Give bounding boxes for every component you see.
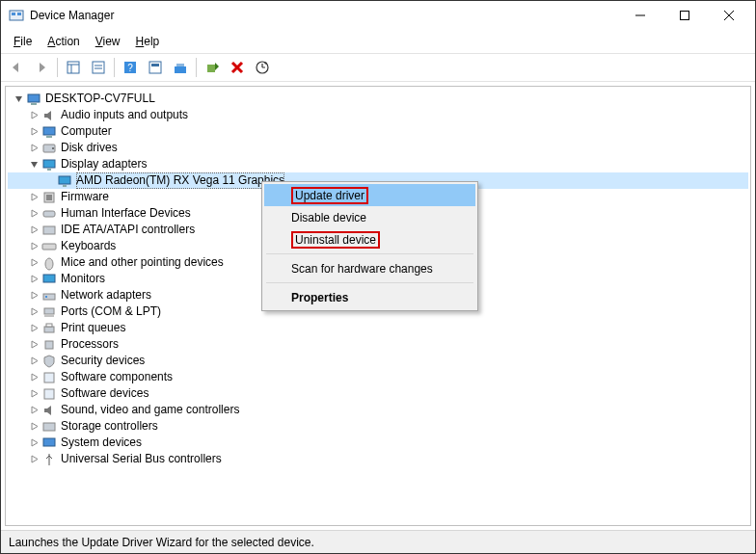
ctx-disable-device[interactable]: Disable device xyxy=(264,206,475,228)
tree-category-display-adapters[interactable]: Display adapters xyxy=(8,156,748,172)
tree-item-label: Sound, video and game controllers xyxy=(61,402,239,418)
chevron-right-icon[interactable] xyxy=(27,406,41,414)
close-button[interactable] xyxy=(707,1,751,30)
chevron-right-icon[interactable] xyxy=(27,258,41,267)
chevron-right-icon[interactable] xyxy=(27,373,41,382)
svg-rect-23 xyxy=(43,127,55,135)
tree-item-label: Audio inputs and outputs xyxy=(61,107,188,123)
svg-rect-24 xyxy=(46,136,52,138)
svg-rect-43 xyxy=(46,324,52,327)
help-button[interactable]: ? xyxy=(119,57,142,78)
tree-category[interactable]: Audio inputs and outputs xyxy=(8,107,748,123)
svg-rect-16 xyxy=(151,64,159,66)
svg-rect-18 xyxy=(176,64,184,66)
menu-view[interactable]: View xyxy=(89,32,127,51)
menu-action[interactable]: Action xyxy=(40,32,86,51)
chevron-right-icon[interactable] xyxy=(27,291,41,300)
tree-category[interactable]: Print queues xyxy=(8,320,748,336)
chevron-right-icon[interactable] xyxy=(27,144,41,152)
chevron-right-icon[interactable] xyxy=(27,111,41,119)
svg-point-36 xyxy=(45,258,53,270)
chevron-right-icon[interactable] xyxy=(27,455,41,463)
computer-icon xyxy=(41,124,57,140)
software-icon xyxy=(41,370,57,385)
svg-rect-48 xyxy=(43,438,55,446)
ctx-scan-hardware[interactable]: Scan for hardware changes xyxy=(264,257,475,279)
tree-item-label: Universal Serial Bus controllers xyxy=(61,451,222,467)
tree-item-label: Network adapters xyxy=(61,287,151,303)
svg-text:?: ? xyxy=(127,63,133,73)
security-icon xyxy=(41,354,57,369)
chevron-right-icon[interactable] xyxy=(27,275,41,283)
chevron-down-icon[interactable] xyxy=(12,94,26,103)
tree-category[interactable]: Software devices xyxy=(8,385,748,402)
disable-device-button[interactable] xyxy=(226,57,249,78)
toolbar-sep xyxy=(196,58,197,77)
enable-device-button[interactable] xyxy=(201,57,224,78)
svg-point-26 xyxy=(52,147,54,149)
ctx-properties[interactable]: Properties xyxy=(264,286,475,308)
display-icon xyxy=(57,173,72,189)
tree-root[interactable]: DESKTOP-CV7FULL xyxy=(8,91,748,107)
computer-icon xyxy=(26,92,41,107)
scan-hardware-button[interactable] xyxy=(169,57,192,78)
ctx-update-driver[interactable]: Update driver xyxy=(264,184,475,206)
svg-rect-39 xyxy=(45,296,47,298)
tree-item-label: Storage controllers xyxy=(61,418,158,435)
hid-icon xyxy=(41,206,57,222)
tree-item-label: Human Interface Devices xyxy=(61,205,191,222)
chevron-right-icon[interactable] xyxy=(27,193,41,201)
forward-button[interactable] xyxy=(30,57,53,78)
context-menu: Update driver Disable device Uninstall d… xyxy=(261,181,478,311)
chevron-right-icon[interactable] xyxy=(27,225,41,234)
chevron-right-icon[interactable] xyxy=(27,340,41,349)
chevron-right-icon[interactable] xyxy=(27,209,41,218)
properties-button[interactable] xyxy=(87,57,110,78)
toolbar-sep xyxy=(114,58,115,77)
tree-item-label: Security devices xyxy=(61,353,145,369)
tree-category[interactable]: Software components xyxy=(8,369,748,385)
action-button[interactable] xyxy=(144,57,167,78)
chevron-right-icon[interactable] xyxy=(27,356,41,365)
update-driver-button[interactable] xyxy=(251,57,274,78)
chevron-right-icon[interactable] xyxy=(27,307,41,316)
show-hide-tree-button[interactable] xyxy=(62,57,85,78)
tree-category[interactable]: Sound, video and game controllers xyxy=(8,402,748,418)
audio-icon xyxy=(41,403,57,418)
tree-category[interactable]: Security devices xyxy=(8,353,748,369)
tree-item-label: Keyboards xyxy=(61,238,116,254)
tree-item-label: Processors xyxy=(61,336,119,353)
menubar: File Action View Help xyxy=(1,30,755,53)
chevron-down-icon[interactable] xyxy=(27,160,41,169)
chevron-right-icon[interactable] xyxy=(27,389,41,398)
tree-category[interactable]: System devices xyxy=(8,435,748,451)
maximize-button[interactable] xyxy=(662,1,707,30)
tree-item-label: Firmware xyxy=(61,189,109,205)
tree-item-label: AMD Radeon(TM) RX Vega 11 Graphics xyxy=(76,172,284,189)
tree-item-label: Mice and other pointing devices xyxy=(61,254,224,271)
back-button[interactable] xyxy=(5,57,28,78)
display-icon xyxy=(41,157,57,172)
tree-category[interactable]: Universal Serial Bus controllers xyxy=(8,451,748,467)
ctx-uninstall-device[interactable]: Uninstall device xyxy=(264,228,475,251)
svg-rect-42 xyxy=(44,327,54,332)
chevron-right-icon[interactable] xyxy=(27,422,41,431)
tree-category[interactable]: Disk drives xyxy=(8,140,748,156)
menu-help[interactable]: Help xyxy=(129,32,167,51)
keyboard-icon xyxy=(41,239,57,254)
tree-category[interactable]: Computer xyxy=(8,123,748,140)
chevron-right-icon[interactable] xyxy=(27,438,41,447)
titlebar: Device Manager xyxy=(1,1,755,30)
minimize-button[interactable] xyxy=(618,1,662,30)
ctx-separator xyxy=(266,253,473,254)
processor-icon xyxy=(41,337,57,353)
usb-icon xyxy=(41,452,57,467)
svg-rect-22 xyxy=(31,103,37,105)
tree-category[interactable]: Storage controllers xyxy=(8,418,748,435)
statusbar: Launches the Update Driver Wizard for th… xyxy=(1,530,755,553)
chevron-right-icon[interactable] xyxy=(27,127,41,136)
tree-category[interactable]: Processors xyxy=(8,336,748,353)
chevron-right-icon[interactable] xyxy=(27,324,41,332)
menu-file[interactable]: File xyxy=(7,32,39,51)
chevron-right-icon[interactable] xyxy=(27,242,41,251)
